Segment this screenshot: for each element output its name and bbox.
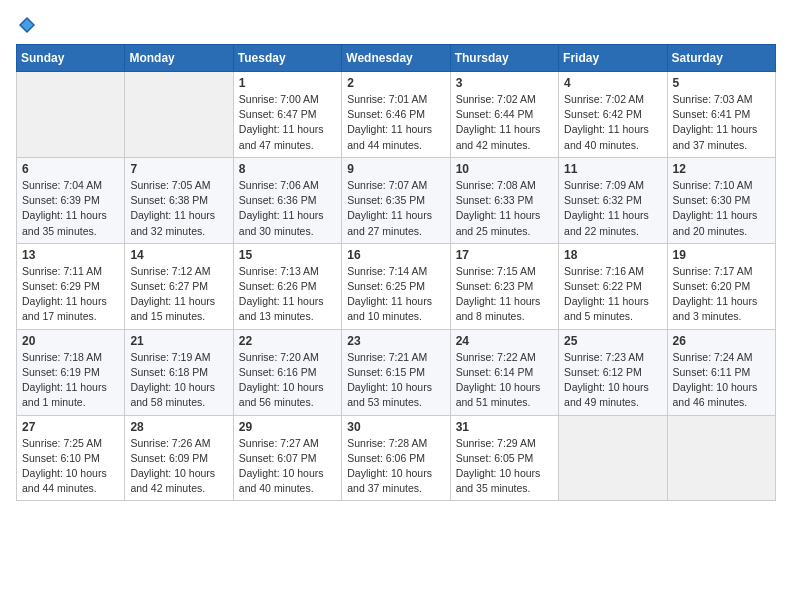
day-number: 21 xyxy=(130,334,227,348)
day-number: 27 xyxy=(22,420,119,434)
calendar-cell xyxy=(17,72,125,158)
week-row-5: 27 Sunrise: 7:25 AMSunset: 6:10 PMDaylig… xyxy=(17,415,776,501)
day-number: 12 xyxy=(673,162,770,176)
weekday-header-monday: Monday xyxy=(125,45,233,72)
calendar-cell: 30 Sunrise: 7:28 AMSunset: 6:06 PMDaylig… xyxy=(342,415,450,501)
page-header xyxy=(16,16,776,34)
day-info: Sunrise: 7:28 AMSunset: 6:06 PMDaylight:… xyxy=(347,437,432,495)
day-number: 4 xyxy=(564,76,661,90)
calendar-cell: 11 Sunrise: 7:09 AMSunset: 6:32 PMDaylig… xyxy=(559,157,667,243)
day-info: Sunrise: 7:11 AMSunset: 6:29 PMDaylight:… xyxy=(22,265,107,323)
day-info: Sunrise: 7:09 AMSunset: 6:32 PMDaylight:… xyxy=(564,179,649,237)
weekday-header-friday: Friday xyxy=(559,45,667,72)
weekday-header-row: SundayMondayTuesdayWednesdayThursdayFrid… xyxy=(17,45,776,72)
calendar-cell: 7 Sunrise: 7:05 AMSunset: 6:38 PMDayligh… xyxy=(125,157,233,243)
calendar-cell: 28 Sunrise: 7:26 AMSunset: 6:09 PMDaylig… xyxy=(125,415,233,501)
day-number: 3 xyxy=(456,76,553,90)
weekday-header-sunday: Sunday xyxy=(17,45,125,72)
day-info: Sunrise: 7:01 AMSunset: 6:46 PMDaylight:… xyxy=(347,93,432,151)
day-number: 8 xyxy=(239,162,336,176)
day-number: 9 xyxy=(347,162,444,176)
calendar-cell: 8 Sunrise: 7:06 AMSunset: 6:36 PMDayligh… xyxy=(233,157,341,243)
calendar-cell: 16 Sunrise: 7:14 AMSunset: 6:25 PMDaylig… xyxy=(342,243,450,329)
logo xyxy=(16,16,36,34)
day-info: Sunrise: 7:15 AMSunset: 6:23 PMDaylight:… xyxy=(456,265,541,323)
day-number: 23 xyxy=(347,334,444,348)
day-info: Sunrise: 7:04 AMSunset: 6:39 PMDaylight:… xyxy=(22,179,107,237)
calendar-cell: 17 Sunrise: 7:15 AMSunset: 6:23 PMDaylig… xyxy=(450,243,558,329)
calendar-cell: 18 Sunrise: 7:16 AMSunset: 6:22 PMDaylig… xyxy=(559,243,667,329)
weekday-header-thursday: Thursday xyxy=(450,45,558,72)
day-info: Sunrise: 7:03 AMSunset: 6:41 PMDaylight:… xyxy=(673,93,758,151)
day-number: 11 xyxy=(564,162,661,176)
calendar-cell: 23 Sunrise: 7:21 AMSunset: 6:15 PMDaylig… xyxy=(342,329,450,415)
calendar-cell: 5 Sunrise: 7:03 AMSunset: 6:41 PMDayligh… xyxy=(667,72,775,158)
calendar-cell: 22 Sunrise: 7:20 AMSunset: 6:16 PMDaylig… xyxy=(233,329,341,415)
logo-flag-icon xyxy=(18,16,36,34)
day-info: Sunrise: 7:24 AMSunset: 6:11 PMDaylight:… xyxy=(673,351,758,409)
day-number: 10 xyxy=(456,162,553,176)
week-row-1: 1 Sunrise: 7:00 AMSunset: 6:47 PMDayligh… xyxy=(17,72,776,158)
calendar-cell: 2 Sunrise: 7:01 AMSunset: 6:46 PMDayligh… xyxy=(342,72,450,158)
week-row-4: 20 Sunrise: 7:18 AMSunset: 6:19 PMDaylig… xyxy=(17,329,776,415)
day-number: 31 xyxy=(456,420,553,434)
calendar-cell: 9 Sunrise: 7:07 AMSunset: 6:35 PMDayligh… xyxy=(342,157,450,243)
day-number: 13 xyxy=(22,248,119,262)
svg-marker-1 xyxy=(21,19,33,31)
day-info: Sunrise: 7:02 AMSunset: 6:42 PMDaylight:… xyxy=(564,93,649,151)
day-number: 30 xyxy=(347,420,444,434)
calendar-cell: 26 Sunrise: 7:24 AMSunset: 6:11 PMDaylig… xyxy=(667,329,775,415)
calendar-cell: 24 Sunrise: 7:22 AMSunset: 6:14 PMDaylig… xyxy=(450,329,558,415)
day-number: 26 xyxy=(673,334,770,348)
day-info: Sunrise: 7:18 AMSunset: 6:19 PMDaylight:… xyxy=(22,351,107,409)
day-info: Sunrise: 7:29 AMSunset: 6:05 PMDaylight:… xyxy=(456,437,541,495)
day-number: 19 xyxy=(673,248,770,262)
day-info: Sunrise: 7:08 AMSunset: 6:33 PMDaylight:… xyxy=(456,179,541,237)
day-number: 25 xyxy=(564,334,661,348)
calendar-cell: 14 Sunrise: 7:12 AMSunset: 6:27 PMDaylig… xyxy=(125,243,233,329)
day-info: Sunrise: 7:21 AMSunset: 6:15 PMDaylight:… xyxy=(347,351,432,409)
calendar-cell: 3 Sunrise: 7:02 AMSunset: 6:44 PMDayligh… xyxy=(450,72,558,158)
day-number: 5 xyxy=(673,76,770,90)
calendar-cell: 25 Sunrise: 7:23 AMSunset: 6:12 PMDaylig… xyxy=(559,329,667,415)
week-row-2: 6 Sunrise: 7:04 AMSunset: 6:39 PMDayligh… xyxy=(17,157,776,243)
day-number: 28 xyxy=(130,420,227,434)
calendar-cell: 4 Sunrise: 7:02 AMSunset: 6:42 PMDayligh… xyxy=(559,72,667,158)
calendar-cell: 13 Sunrise: 7:11 AMSunset: 6:29 PMDaylig… xyxy=(17,243,125,329)
day-info: Sunrise: 7:12 AMSunset: 6:27 PMDaylight:… xyxy=(130,265,215,323)
day-number: 17 xyxy=(456,248,553,262)
day-number: 29 xyxy=(239,420,336,434)
day-number: 20 xyxy=(22,334,119,348)
day-info: Sunrise: 7:17 AMSunset: 6:20 PMDaylight:… xyxy=(673,265,758,323)
day-info: Sunrise: 7:00 AMSunset: 6:47 PMDaylight:… xyxy=(239,93,324,151)
calendar-cell: 6 Sunrise: 7:04 AMSunset: 6:39 PMDayligh… xyxy=(17,157,125,243)
day-number: 24 xyxy=(456,334,553,348)
day-info: Sunrise: 7:02 AMSunset: 6:44 PMDaylight:… xyxy=(456,93,541,151)
day-number: 7 xyxy=(130,162,227,176)
day-info: Sunrise: 7:25 AMSunset: 6:10 PMDaylight:… xyxy=(22,437,107,495)
day-info: Sunrise: 7:05 AMSunset: 6:38 PMDaylight:… xyxy=(130,179,215,237)
day-info: Sunrise: 7:22 AMSunset: 6:14 PMDaylight:… xyxy=(456,351,541,409)
day-info: Sunrise: 7:26 AMSunset: 6:09 PMDaylight:… xyxy=(130,437,215,495)
day-info: Sunrise: 7:16 AMSunset: 6:22 PMDaylight:… xyxy=(564,265,649,323)
day-info: Sunrise: 7:07 AMSunset: 6:35 PMDaylight:… xyxy=(347,179,432,237)
day-number: 6 xyxy=(22,162,119,176)
day-number: 16 xyxy=(347,248,444,262)
calendar-cell xyxy=(667,415,775,501)
day-number: 18 xyxy=(564,248,661,262)
day-info: Sunrise: 7:23 AMSunset: 6:12 PMDaylight:… xyxy=(564,351,649,409)
calendar-cell xyxy=(559,415,667,501)
day-info: Sunrise: 7:06 AMSunset: 6:36 PMDaylight:… xyxy=(239,179,324,237)
day-info: Sunrise: 7:27 AMSunset: 6:07 PMDaylight:… xyxy=(239,437,324,495)
weekday-header-saturday: Saturday xyxy=(667,45,775,72)
calendar-cell: 31 Sunrise: 7:29 AMSunset: 6:05 PMDaylig… xyxy=(450,415,558,501)
day-info: Sunrise: 7:20 AMSunset: 6:16 PMDaylight:… xyxy=(239,351,324,409)
calendar-cell: 10 Sunrise: 7:08 AMSunset: 6:33 PMDaylig… xyxy=(450,157,558,243)
day-info: Sunrise: 7:14 AMSunset: 6:25 PMDaylight:… xyxy=(347,265,432,323)
day-info: Sunrise: 7:19 AMSunset: 6:18 PMDaylight:… xyxy=(130,351,215,409)
calendar-cell: 1 Sunrise: 7:00 AMSunset: 6:47 PMDayligh… xyxy=(233,72,341,158)
calendar-table: SundayMondayTuesdayWednesdayThursdayFrid… xyxy=(16,44,776,501)
calendar-cell: 12 Sunrise: 7:10 AMSunset: 6:30 PMDaylig… xyxy=(667,157,775,243)
day-number: 2 xyxy=(347,76,444,90)
calendar-cell: 27 Sunrise: 7:25 AMSunset: 6:10 PMDaylig… xyxy=(17,415,125,501)
